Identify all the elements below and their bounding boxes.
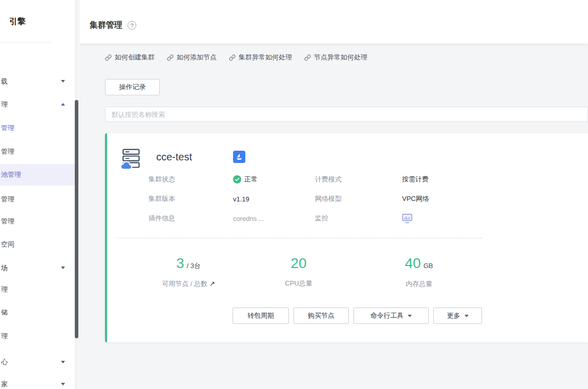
button-label: 转包周期 — [247, 311, 274, 320]
sidebar-item-label: 载 — [0, 77, 8, 85]
sidebar: 引擎 载 理 管理 管理 池管理 管理 管理 — [0, 0, 80, 389]
sidebar-item-label: 心 — [0, 358, 8, 366]
sidebar-item-14[interactable]: 家 — [0, 374, 75, 389]
cluster-stats: 3/ 3台 可用节点 / 总数↗ 20 CPU总量 — [107, 255, 588, 289]
sidebar-scrollbar[interactable] — [75, 0, 79, 389]
cluster-card-header: cce-test 集群状态 — [107, 133, 588, 224]
sidebar-menu: 载 理 管理 管理 池管理 管理 管理 空间 — [0, 0, 75, 389]
link-icon — [229, 54, 236, 61]
stat-memory-total: 40GB 内存总量 — [368, 255, 470, 289]
monitor-icon[interactable] — [402, 214, 412, 223]
sidebar-item-9[interactable]: 场 — [0, 258, 75, 278]
main-area: 集群管理 ? 如何创建集群 如何添加节点 — [80, 0, 588, 389]
page-header: 集群管理 ? — [80, 0, 588, 44]
help-link-cluster-exception[interactable]: 集群异常如何处理 — [229, 53, 292, 62]
stat-label: 可用节点 / 总数 — [162, 280, 207, 288]
sidebar-item-label: 管理 — [0, 195, 14, 203]
help-link-node-exception[interactable]: 节点异常如何处理 — [304, 53, 367, 62]
info-value: coredns ... — [233, 212, 315, 224]
stat-value: 3 — [176, 255, 184, 271]
sidebar-item-label: 理 — [0, 332, 8, 340]
sidebar-item-3[interactable]: 管理 — [0, 118, 75, 138]
sidebar-item-label: 池管理 — [0, 171, 21, 178]
cluster-info: cce-test 集群状态 — [149, 146, 588, 224]
chevron-down-icon — [61, 80, 65, 83]
info-value: VPC网络 — [402, 193, 588, 205]
sidebar-item-12[interactable]: 理 — [0, 326, 75, 346]
sidebar-item-10[interactable]: 理 — [0, 279, 75, 300]
sidebar-item-4[interactable]: 管理 — [0, 141, 75, 162]
cluster-actions: 转包周期 购买节点 命令行工具 更多 — [117, 308, 482, 324]
info-value: v1.19 — [233, 193, 315, 205]
operation-record-button[interactable]: 操作记录 — [105, 79, 160, 95]
sidebar-item-label: 理 — [0, 100, 8, 108]
help-link-label: 集群异常如何处理 — [239, 53, 292, 62]
sidebar-item-label: 储 — [0, 309, 8, 316]
sidebar-item-label: 管理 — [0, 124, 14, 132]
sidebar-item-label: 理 — [0, 285, 8, 293]
content: 如何创建集群 如何添加节点 集群异常如何处理 — [80, 44, 588, 389]
sidebar-item-label: 管理 — [0, 148, 14, 155]
cluster-icon — [119, 148, 142, 170]
scrollbar-thumb[interactable] — [75, 100, 78, 338]
info-label: 计费模式 — [315, 173, 402, 186]
chevron-down-icon — [61, 267, 65, 269]
sidebar-item-2[interactable]: 理 — [0, 94, 75, 115]
more-button[interactable]: 更多 — [433, 308, 482, 324]
sailboat-badge-icon — [233, 151, 245, 163]
cluster-name[interactable]: cce-test — [156, 151, 233, 163]
buy-node-button[interactable]: 购买节点 — [293, 308, 349, 324]
info-label: 集群版本 — [149, 193, 233, 205]
link-icon — [105, 54, 112, 61]
link-icon — [167, 54, 174, 61]
stat-suffix: / 3台 — [187, 262, 201, 270]
button-label: 命令行工具 — [370, 311, 404, 320]
chevron-up-icon — [61, 103, 65, 106]
chevron-down-icon — [408, 315, 412, 317]
button-label: 购买节点 — [308, 311, 334, 320]
stat-suffix: GB — [424, 262, 433, 270]
button-label: 更多 — [447, 311, 460, 320]
sidebar-item-8[interactable]: 空间 — [0, 234, 75, 255]
check-circle-icon — [233, 175, 241, 183]
info-label: 集群状态 — [149, 173, 233, 186]
stat-value: 40 — [405, 255, 421, 271]
page-title: 集群管理 — [90, 20, 122, 31]
sidebar-item-label: 家 — [0, 380, 8, 388]
status-badge: 正常 — [233, 175, 258, 184]
link-icon — [304, 54, 311, 61]
sidebar-item-label: 空间 — [0, 240, 14, 248]
help-link-label: 如何添加节点 — [177, 53, 217, 62]
sidebar-item-5[interactable]: 池管理 — [0, 164, 75, 186]
change-billing-button[interactable]: 转包周期 — [233, 308, 289, 324]
sidebar-item-13[interactable]: 心 — [0, 352, 75, 373]
help-link-add-node[interactable]: 如何添加节点 — [167, 53, 217, 62]
stat-value: 20 — [290, 255, 306, 271]
chevron-down-icon — [465, 315, 469, 317]
sidebar-item-1[interactable]: 载 — [0, 71, 75, 92]
sidebar-item-11[interactable]: 储 — [0, 302, 75, 323]
cluster-card: cce-test 集群状态 — [105, 133, 588, 342]
app-root: 引擎 载 理 管理 管理 池管理 管理 管理 — [0, 0, 588, 389]
stat-cpu-total: 20 CPU总量 — [247, 255, 350, 289]
info-label: 网络模型 — [315, 193, 402, 205]
divider — [117, 238, 482, 238]
sidebar-item-7[interactable]: 管理 — [0, 211, 75, 232]
info-value: 按需计费 — [402, 173, 588, 186]
chevron-down-icon — [61, 383, 65, 385]
cluster-title-row: cce-test — [149, 146, 588, 168]
status-text: 正常 — [244, 175, 258, 184]
chevron-down-icon — [61, 361, 65, 363]
cli-tools-button[interactable]: 命令行工具 — [353, 308, 429, 324]
stat-label: 内存总量 — [406, 280, 432, 288]
help-link-create-cluster[interactable]: 如何创建集群 — [105, 53, 155, 62]
help-icon[interactable]: ? — [128, 21, 136, 30]
sidebar-item-6[interactable]: 管理 — [0, 189, 75, 210]
external-link-arrow[interactable]: ↗ — [209, 280, 215, 288]
help-link-label: 如何创建集群 — [115, 53, 155, 62]
stat-available-nodes: 3/ 3台 可用节点 / 总数↗ — [137, 255, 240, 289]
cluster-info-grid: 集群状态 正常 计费模式 按需计费 — [149, 173, 588, 224]
search-input[interactable] — [105, 107, 588, 122]
sidebar-item-label: 管理 — [0, 217, 14, 225]
sidebar-item-label: 场 — [0, 264, 8, 272]
